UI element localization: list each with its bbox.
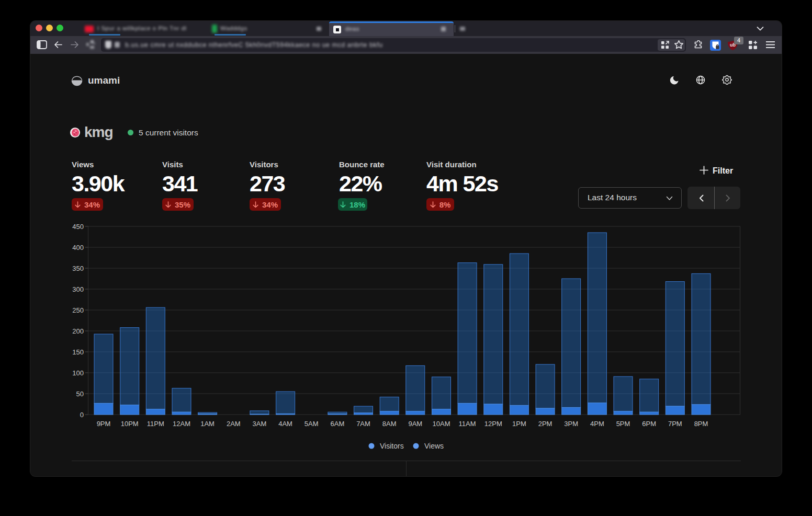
svg-text:6AM: 6AM <box>331 420 345 428</box>
svg-text:Visitors: Visitors <box>380 442 404 450</box>
svg-text:8PM: 8PM <box>694 420 708 428</box>
svg-text:200: 200 <box>72 327 84 335</box>
svg-text:12AM: 12AM <box>173 420 190 428</box>
svg-text:Views: Views <box>424 442 444 450</box>
svg-text:8AM: 8AM <box>382 420 397 428</box>
svg-text:100: 100 <box>72 369 84 377</box>
svg-text:10AM: 10AM <box>433 420 450 428</box>
svg-text:0: 0 <box>80 411 84 419</box>
svg-text:1PM: 1PM <box>512 420 526 428</box>
svg-text:450: 450 <box>72 223 84 231</box>
svg-text:10PM: 10PM <box>121 420 139 428</box>
svg-text:4AM: 4AM <box>278 420 292 428</box>
svg-text:11PM: 11PM <box>147 420 164 428</box>
svg-text:250: 250 <box>72 306 84 314</box>
svg-text:50: 50 <box>76 390 84 398</box>
svg-text:2AM: 2AM <box>227 420 241 428</box>
svg-text:400: 400 <box>72 244 84 251</box>
svg-text:6PM: 6PM <box>642 420 656 428</box>
svg-text:7PM: 7PM <box>668 420 682 428</box>
svg-text:2PM: 2PM <box>538 420 552 428</box>
svg-text:5AM: 5AM <box>304 420 319 428</box>
svg-text:12PM: 12PM <box>484 420 502 428</box>
svg-text:9PM: 9PM <box>97 420 111 428</box>
svg-text:3AM: 3AM <box>253 420 267 428</box>
svg-text:1AM: 1AM <box>200 420 215 428</box>
svg-text:300: 300 <box>72 285 84 293</box>
svg-text:9AM: 9AM <box>408 420 422 428</box>
svg-text:350: 350 <box>72 265 84 272</box>
svg-text:11AM: 11AM <box>459 420 476 428</box>
svg-text:5PM: 5PM <box>616 420 630 428</box>
svg-text:4PM: 4PM <box>590 420 604 428</box>
svg-text:7AM: 7AM <box>356 420 370 428</box>
svg-text:150: 150 <box>72 348 84 356</box>
svg-text:3PM: 3PM <box>564 420 578 428</box>
